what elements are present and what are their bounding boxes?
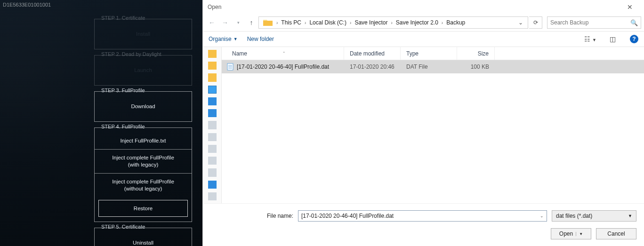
- dialog-navbar: ← → ▾ ↑ › This PC › Local Disk (C:) › Sa…: [203, 14, 644, 31]
- search-field[interactable]: [550, 19, 630, 26]
- column-type[interactable]: Type: [401, 47, 457, 60]
- new-folder-button[interactable]: New folder: [247, 36, 274, 42]
- inject-without-legacy-button[interactable]: Inject complete FullProfile (without leg…: [95, 174, 192, 197]
- chevron-down-icon[interactable]: ⌄: [515, 19, 526, 26]
- chevron-down-icon[interactable]: ⌄: [540, 214, 544, 218]
- organise-button[interactable]: Organise▼: [209, 36, 238, 42]
- chevron-down-icon: ▼: [233, 37, 238, 41]
- file-date: 17-01-2020 20:46: [344, 63, 401, 70]
- breadcrumb[interactable]: Local Disk (C:): [307, 19, 348, 26]
- file-name-input[interactable]: [17-01-2020 20-46-40] FullProfile.dat ⌄: [298, 210, 547, 222]
- dialog-content: Name ˄ Date modified Type Size [17-01-20…: [203, 47, 644, 203]
- chevron-right-icon: ›: [349, 20, 352, 25]
- dialog-button-row: Open▼ Cancel: [203, 228, 644, 246]
- column-name[interactable]: Name ˄: [222, 47, 344, 60]
- nav-history-icon[interactable]: ▾: [232, 16, 244, 29]
- step-5-certificate: STEP 5. Certificate Uninstall: [94, 228, 192, 246]
- folder-icon[interactable]: [208, 50, 217, 58]
- drive-icon[interactable]: [208, 109, 217, 117]
- launch-button[interactable]: Launch: [95, 62, 192, 79]
- refresh-icon[interactable]: ⟳: [529, 16, 542, 29]
- file-list: Name ˄ Date modified Type Size [17-01-20…: [222, 47, 644, 203]
- breadcrumb[interactable]: This PC: [279, 19, 303, 26]
- file-name-label: File name:: [267, 213, 293, 219]
- drive-icon[interactable]: [208, 168, 217, 176]
- folder-icon[interactable]: [208, 73, 217, 81]
- file-icon: [226, 63, 234, 71]
- step-1-certificate: STEP 1. Certificate Install: [94, 19, 192, 49]
- step-4-fullprofile: STEP 4. FullProfile Inject FullProfile.t…: [94, 127, 192, 222]
- drive-icon[interactable]: [208, 181, 217, 189]
- cancel-button[interactable]: Cancel: [596, 228, 636, 239]
- nav-pane[interactable]: [203, 47, 222, 203]
- chevron-right-icon: ›: [441, 20, 443, 25]
- drive-icon[interactable]: [208, 97, 217, 105]
- view-options-icon[interactable]: ☷ ▼: [582, 35, 598, 43]
- help-icon[interactable]: ?: [630, 35, 638, 43]
- column-size[interactable]: Size: [457, 47, 495, 60]
- chevron-down-icon[interactable]: ▼: [576, 232, 583, 236]
- injector-steps: STEP 1. Certificate Install STEP 2. Dead…: [94, 19, 192, 246]
- file-name: [17-01-2020 20-46-40] FullProfile.dat: [237, 63, 329, 70]
- open-file-dialog: Open ✕ ← → ▾ ↑ › This PC › Local Disk (C…: [202, 0, 644, 246]
- install-button[interactable]: Install: [95, 26, 192, 42]
- file-row[interactable]: [17-01-2020 20-46-40] FullProfile.dat 17…: [222, 60, 644, 73]
- step-label: STEP 3. FullProfile: [99, 87, 147, 93]
- dialog-titlebar: Open ✕: [203, 0, 644, 14]
- this-pc-icon[interactable]: [208, 86, 217, 94]
- column-headers: Name ˄ Date modified Type Size: [222, 47, 644, 60]
- file-type-filter[interactable]: dat files (*.dat)▼: [552, 210, 636, 222]
- step-2-dbd: STEP 2. Dead by Daylight Launch: [94, 55, 192, 86]
- preview-pane-icon[interactable]: ◫: [608, 35, 618, 43]
- injector-title: D1E5633E01001001: [3, 2, 51, 8]
- file-type: DAT File: [401, 63, 457, 70]
- network-icon[interactable]: [208, 192, 217, 200]
- dialog-footer: File name: [17-01-2020 20-46-40] FullPro…: [203, 203, 644, 228]
- drive-icon[interactable]: [208, 121, 217, 129]
- file-size: 100 KB: [457, 63, 495, 70]
- inject-with-legacy-button[interactable]: Inject complete FullProfile (with legacy…: [95, 150, 192, 173]
- step-label: STEP 5. Certificate: [99, 224, 147, 230]
- drive-icon[interactable]: [208, 157, 217, 165]
- address-bar[interactable]: › This PC › Local Disk (C:) › Save Injec…: [258, 16, 528, 29]
- breadcrumb[interactable]: Save Injector: [353, 19, 389, 26]
- uninstall-button[interactable]: Uninstall: [95, 235, 192, 246]
- chevron-down-icon: ▼: [628, 214, 632, 218]
- drive-icon[interactable]: [208, 145, 217, 153]
- dialog-title: Open: [208, 4, 620, 10]
- folder-icon: [263, 18, 273, 27]
- chevron-right-icon: ›: [390, 20, 393, 25]
- search-icon: 🔍: [630, 19, 638, 26]
- breadcrumb[interactable]: Save Injector 2.0: [394, 19, 440, 26]
- step-label: STEP 4. FullProfile: [99, 124, 147, 129]
- inject-txt-button[interactable]: Inject FullProfile.txt: [95, 133, 192, 149]
- sort-asc-icon: ˄: [283, 51, 285, 56]
- drive-icon[interactable]: [208, 133, 217, 141]
- nav-up-icon[interactable]: ↑: [245, 16, 258, 29]
- chevron-right-icon: ›: [304, 20, 306, 25]
- chevron-right-icon: ›: [276, 20, 278, 25]
- open-button[interactable]: Open▼: [551, 228, 591, 239]
- dialog-toolbar: Organise▼ New folder ☷ ▼ ◫ ?: [203, 31, 644, 47]
- search-input[interactable]: 🔍: [547, 16, 641, 29]
- nav-back-icon[interactable]: ←: [206, 16, 218, 29]
- breadcrumb[interactable]: Backup: [444, 19, 467, 26]
- step-3-fullprofile: STEP 3. FullProfile Download: [94, 91, 192, 122]
- nav-forward-icon: →: [219, 16, 231, 29]
- step-label: STEP 1. Certificate: [99, 15, 147, 21]
- step-label: STEP 2. Dead by Daylight: [99, 51, 163, 57]
- download-button[interactable]: Download: [95, 98, 192, 115]
- restore-button[interactable]: Restore: [98, 200, 188, 217]
- folder-icon[interactable]: [208, 62, 217, 70]
- close-icon[interactable]: ✕: [620, 3, 639, 11]
- injector-window: D1E5633E01001001 STEP 1. Certificate Ins…: [0, 0, 202, 246]
- column-date[interactable]: Date modified: [344, 47, 401, 60]
